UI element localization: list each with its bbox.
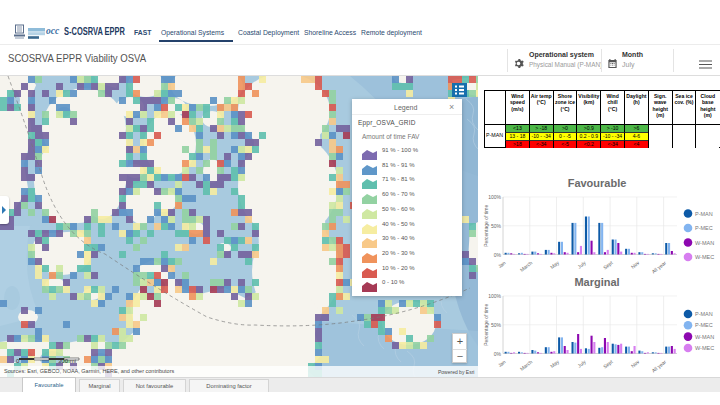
svg-text:Nov: Nov [630, 358, 641, 369]
svg-text:0%: 0% [494, 351, 502, 357]
svg-text:50%: 50% [491, 322, 502, 328]
svg-text:Sept: Sept [602, 259, 614, 270]
svg-text:May: May [549, 259, 561, 270]
svg-text:Nov: Nov [630, 259, 641, 270]
svg-text:July: July [576, 358, 587, 369]
svg-text:Percentage of time: Percentage of time [483, 205, 489, 247]
svg-text:0%: 0% [494, 252, 502, 258]
svg-text:100%: 100% [488, 194, 501, 200]
svg-text:March: March [519, 259, 534, 272]
svg-text:Percentage of time: Percentage of time [483, 304, 489, 346]
svg-text:P-MAN: P-MAN [695, 311, 713, 317]
svg-text:May: May [549, 358, 561, 369]
svg-text:W-MEC: W-MEC [695, 254, 714, 260]
svg-text:P-MAN: P-MAN [695, 211, 713, 217]
svg-text:Marginal: Marginal [574, 276, 619, 288]
svg-text:W-MAN: W-MAN [695, 334, 714, 340]
svg-text:All year: All year [650, 259, 667, 274]
svg-text:W-MAN: W-MAN [695, 240, 714, 246]
svg-text:Jan: Jan [497, 259, 507, 269]
svg-text:50%: 50% [491, 223, 502, 229]
svg-text:100%: 100% [488, 293, 501, 299]
svg-text:Sept: Sept [602, 358, 614, 369]
svg-text:Favourable: Favourable [568, 177, 627, 189]
svg-text:All year: All year [650, 358, 667, 373]
svg-text:March: March [519, 358, 534, 371]
svg-text:July: July [576, 259, 587, 270]
svg-text:Jan: Jan [497, 358, 507, 368]
svg-text:P-MEC: P-MEC [695, 225, 713, 231]
svg-text:P-MEC: P-MEC [695, 322, 713, 328]
svg-text:W-MEC: W-MEC [695, 345, 714, 351]
